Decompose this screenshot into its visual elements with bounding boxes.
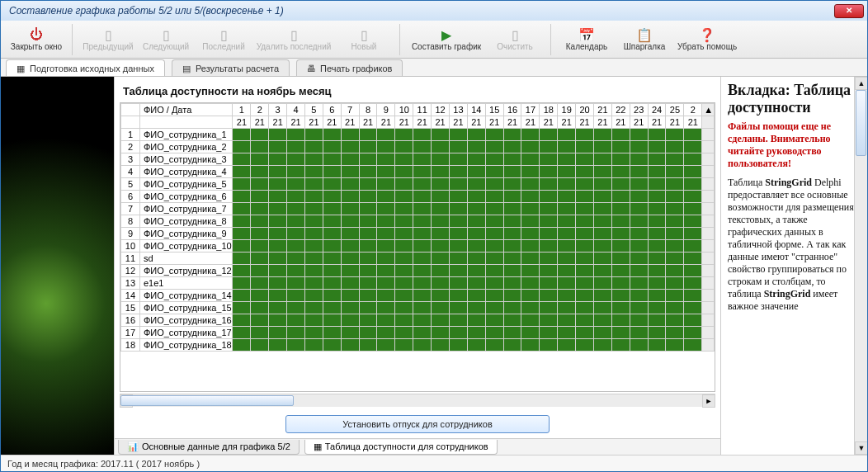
availability-cell[interactable] bbox=[503, 203, 521, 215]
availability-cell[interactable] bbox=[449, 290, 467, 302]
availability-cell[interactable] bbox=[432, 327, 450, 339]
availability-cell[interactable] bbox=[395, 215, 413, 228]
availability-cell[interactable] bbox=[576, 327, 594, 339]
availability-cell[interactable] bbox=[269, 129, 287, 141]
availability-cell[interactable] bbox=[576, 277, 594, 290]
availability-cell[interactable] bbox=[666, 129, 684, 141]
availability-cell[interactable] bbox=[304, 253, 323, 265]
availability-cell[interactable] bbox=[558, 141, 576, 153]
availability-cell[interactable] bbox=[395, 277, 413, 290]
availability-cell[interactable] bbox=[593, 141, 611, 153]
availability-cell[interactable] bbox=[359, 203, 377, 215]
availability-cell[interactable] bbox=[449, 178, 467, 191]
availability-cell[interactable] bbox=[576, 215, 594, 228]
availability-cell[interactable] bbox=[593, 129, 611, 141]
availability-cell[interactable] bbox=[666, 314, 684, 327]
availability-cell[interactable] bbox=[359, 339, 377, 352]
availability-cell[interactable] bbox=[449, 166, 467, 178]
availability-cell[interactable] bbox=[269, 314, 287, 327]
availability-cell[interactable] bbox=[540, 178, 558, 191]
scroll-up-arrow-icon[interactable]: ▲ bbox=[855, 77, 867, 90]
availability-cell[interactable] bbox=[449, 215, 467, 228]
availability-cell[interactable] bbox=[449, 228, 467, 240]
calendar-button[interactable]: 📅Календарь bbox=[559, 27, 614, 51]
compose-button[interactable]: ▶Составить график bbox=[408, 27, 484, 51]
availability-cell[interactable] bbox=[304, 290, 323, 302]
availability-cell[interactable] bbox=[593, 191, 611, 203]
availability-grid[interactable]: ФИО / Дата123456789101112131415161718192… bbox=[120, 102, 715, 392]
availability-cell[interactable] bbox=[521, 141, 540, 153]
availability-cell[interactable] bbox=[521, 240, 540, 253]
availability-cell[interactable] bbox=[395, 302, 413, 314]
availability-cell[interactable] bbox=[684, 141, 702, 153]
availability-cell[interactable] bbox=[648, 290, 666, 302]
availability-cell[interactable] bbox=[432, 240, 450, 253]
availability-cell[interactable] bbox=[485, 191, 503, 203]
availability-cell[interactable] bbox=[432, 215, 450, 228]
employee-name-cell[interactable]: e1e1 bbox=[139, 277, 233, 290]
tab-main-data[interactable]: 📊Основные данные для графика 5/2 bbox=[118, 440, 300, 455]
availability-cell[interactable] bbox=[485, 178, 503, 191]
availability-cell[interactable] bbox=[377, 327, 395, 339]
availability-cell[interactable] bbox=[684, 302, 702, 314]
availability-cell[interactable] bbox=[359, 265, 377, 277]
availability-cell[interactable] bbox=[432, 253, 450, 265]
availability-cell[interactable] bbox=[341, 240, 359, 253]
availability-cell[interactable] bbox=[485, 314, 503, 327]
availability-cell[interactable] bbox=[413, 240, 432, 253]
availability-cell[interactable] bbox=[449, 203, 467, 215]
availability-cell[interactable] bbox=[611, 228, 630, 240]
availability-cell[interactable] bbox=[558, 314, 576, 327]
availability-cell[interactable] bbox=[413, 277, 432, 290]
availability-cell[interactable] bbox=[611, 178, 630, 191]
availability-cell[interactable] bbox=[666, 178, 684, 191]
availability-cell[interactable] bbox=[467, 153, 485, 166]
availability-cell[interactable] bbox=[287, 327, 305, 339]
table-row[interactable]: 13e1e1 bbox=[121, 277, 715, 290]
availability-cell[interactable] bbox=[684, 191, 702, 203]
availability-cell[interactable] bbox=[485, 215, 503, 228]
availability-cell[interactable] bbox=[359, 327, 377, 339]
availability-cell[interactable] bbox=[611, 166, 630, 178]
table-row[interactable]: 6ФИО_сотрудника_6 bbox=[121, 191, 715, 203]
availability-cell[interactable] bbox=[304, 228, 323, 240]
availability-cell[interactable] bbox=[648, 253, 666, 265]
availability-cell[interactable] bbox=[467, 166, 485, 178]
availability-cell[interactable] bbox=[485, 141, 503, 153]
availability-cell[interactable] bbox=[521, 339, 540, 352]
availability-cell[interactable] bbox=[576, 240, 594, 253]
availability-cell[interactable] bbox=[648, 166, 666, 178]
availability-cell[interactable] bbox=[304, 339, 323, 352]
availability-cell[interactable] bbox=[323, 153, 341, 166]
availability-cell[interactable] bbox=[251, 314, 269, 327]
availability-cell[interactable] bbox=[630, 141, 648, 153]
tab-source-data[interactable]: ▦Подготовка исходных данных bbox=[6, 59, 165, 76]
availability-cell[interactable] bbox=[485, 129, 503, 141]
availability-cell[interactable] bbox=[251, 203, 269, 215]
cheatsheet-button[interactable]: 📋Шпаргалка bbox=[617, 27, 672, 51]
availability-cell[interactable] bbox=[251, 327, 269, 339]
availability-cell[interactable] bbox=[485, 290, 503, 302]
availability-cell[interactable] bbox=[630, 191, 648, 203]
availability-cell[interactable] bbox=[611, 290, 630, 302]
availability-cell[interactable] bbox=[395, 339, 413, 352]
employee-name-cell[interactable]: ФИО_сотрудника_5 bbox=[139, 178, 233, 191]
availability-cell[interactable] bbox=[413, 339, 432, 352]
availability-cell[interactable] bbox=[395, 178, 413, 191]
availability-cell[interactable] bbox=[359, 277, 377, 290]
availability-cell[interactable] bbox=[503, 166, 521, 178]
availability-cell[interactable] bbox=[377, 253, 395, 265]
table-row[interactable]: 18ФИО_сотрудника_18 bbox=[121, 339, 715, 352]
availability-cell[interactable] bbox=[413, 228, 432, 240]
availability-cell[interactable] bbox=[269, 339, 287, 352]
availability-cell[interactable] bbox=[576, 203, 594, 215]
availability-cell[interactable] bbox=[287, 277, 305, 290]
availability-cell[interactable] bbox=[467, 191, 485, 203]
availability-cell[interactable] bbox=[287, 253, 305, 265]
availability-cell[interactable] bbox=[359, 228, 377, 240]
availability-cell[interactable] bbox=[251, 228, 269, 240]
grid-horizontal-scrollbar[interactable]: ◄ ► bbox=[120, 394, 715, 407]
availability-cell[interactable] bbox=[233, 228, 251, 240]
availability-cell[interactable] bbox=[341, 191, 359, 203]
availability-cell[interactable] bbox=[558, 253, 576, 265]
